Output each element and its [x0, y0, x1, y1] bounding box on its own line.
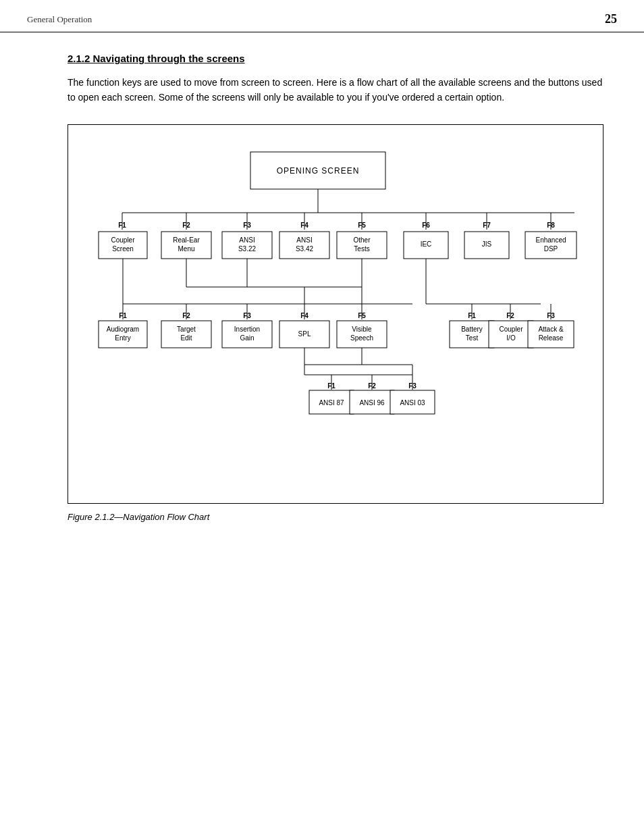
svg-text:JIS: JIS — [482, 240, 492, 248]
svg-text:F1: F1 — [327, 382, 336, 390]
svg-text:ANSI 03: ANSI 03 — [400, 399, 425, 407]
flowchart-container: OPENING SCREEN F1 F2 F3 — [68, 124, 603, 504]
svg-text:F1: F1 — [118, 221, 126, 229]
svg-text:Attack &: Attack & — [538, 325, 564, 333]
svg-text:Gain: Gain — [240, 334, 254, 342]
svg-text:Menu: Menu — [178, 245, 194, 253]
svg-text:F8: F8 — [547, 221, 555, 229]
svg-text:S3.42: S3.42 — [296, 245, 314, 253]
svg-text:Battery: Battery — [461, 325, 483, 333]
svg-text:F5: F5 — [358, 312, 366, 319]
svg-text:F6: F6 — [422, 221, 430, 229]
flowchart-svg: OPENING SCREEN F1 F2 F3 — [82, 145, 595, 483]
svg-text:F7: F7 — [483, 221, 491, 229]
svg-text:F2: F2 — [506, 312, 514, 319]
svg-text:Screen: Screen — [112, 245, 134, 253]
svg-text:F5: F5 — [358, 221, 366, 229]
svg-text:ANSI: ANSI — [296, 236, 312, 244]
svg-text:I/O: I/O — [506, 334, 516, 342]
page-number: 25 — [605, 12, 617, 26]
svg-text:F3: F3 — [547, 312, 555, 319]
svg-text:ANSI 96: ANSI 96 — [359, 399, 385, 407]
svg-text:F1: F1 — [119, 312, 127, 319]
svg-text:F4: F4 — [300, 221, 308, 229]
svg-text:F3: F3 — [408, 382, 417, 390]
svg-text:Other: Other — [353, 236, 371, 244]
svg-text:Enhanced: Enhanced — [535, 236, 566, 244]
svg-text:Audiogram: Audiogram — [107, 325, 139, 333]
page-header: General Operation 25 — [0, 0, 644, 32]
svg-text:Tests: Tests — [354, 245, 369, 253]
section-description: The function keys are used to move from … — [68, 75, 603, 105]
svg-text:Test: Test — [466, 334, 479, 342]
svg-text:F2: F2 — [182, 221, 190, 229]
svg-text:S3.22: S3.22 — [238, 245, 257, 253]
svg-text:Speech: Speech — [350, 334, 373, 342]
svg-text:DSP: DSP — [544, 245, 558, 253]
svg-text:Edit: Edit — [180, 334, 192, 342]
svg-text:Insertion: Insertion — [234, 325, 260, 333]
svg-text:SPL: SPL — [298, 330, 311, 338]
svg-text:OPENING SCREEN: OPENING SCREEN — [277, 166, 360, 176]
section-title: 2.1.2 Navigating through the screens — [68, 53, 603, 64]
svg-text:F3: F3 — [243, 221, 251, 229]
figure-caption: Figure 2.1.2—Navigation Flow Chart — [68, 512, 603, 522]
svg-text:F3: F3 — [243, 312, 251, 319]
main-content: 2.1.2 Navigating through the screens The… — [0, 32, 644, 542]
svg-text:ANSI 87: ANSI 87 — [319, 399, 344, 407]
svg-text:F4: F4 — [300, 312, 308, 319]
svg-text:F2: F2 — [182, 312, 190, 319]
svg-text:Coupler: Coupler — [499, 325, 523, 333]
svg-text:F2: F2 — [368, 382, 376, 390]
svg-text:ANSI: ANSI — [239, 236, 254, 244]
svg-text:Visible: Visible — [352, 325, 372, 333]
svg-text:F1: F1 — [468, 312, 476, 319]
svg-text:Target: Target — [177, 325, 196, 333]
svg-text:Release: Release — [539, 334, 564, 342]
svg-text:Entry: Entry — [115, 334, 130, 342]
header-left: General Operation — [27, 14, 92, 25]
svg-text:Coupler: Coupler — [111, 236, 135, 244]
svg-text:IEC: IEC — [421, 240, 432, 248]
svg-text:Real-Ear: Real-Ear — [173, 236, 200, 244]
